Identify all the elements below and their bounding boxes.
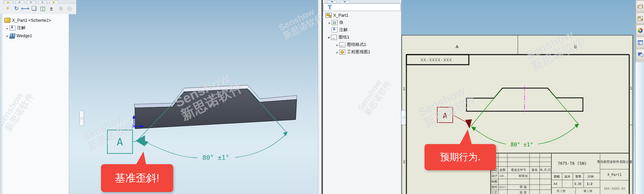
task-pane-toolbar: [635, 0, 644, 62]
tree-item-xpart1[interactable]: X_Part1 <Scheme2>: [4, 17, 51, 23]
expander-icon[interactable]: [328, 20, 332, 25]
tree-item-blocks[interactable]: 块: [328, 19, 344, 26]
annotation-callout-datum-skewed: 基准歪斜!: [101, 164, 173, 192]
sheet-format-icon: [339, 42, 345, 47]
annotations-folder-icon: [9, 25, 15, 30]
tree-item-annotations-drawing[interactable]: 注解: [332, 27, 348, 33]
tree-item-xpart1-drawing[interactable]: X_Part1: [326, 12, 348, 18]
task-form-icon[interactable]: [636, 37, 644, 48]
refresh-references-icon[interactable]: ↻: [12, 4, 21, 13]
tree-item-annotations[interactable]: 注解: [5, 25, 26, 31]
doc-tab-3[interactable]: [27, 0, 36, 3]
doc-tab-4[interactable]: [38, 0, 47, 3]
callout-text: 基准歪斜!: [115, 171, 159, 185]
tree-tab-2[interactable]: [340, 0, 350, 3]
left-toolbar-area: ⚡ ↻ ⟷ ❏ ◫ ± ⊕ ◎: [0, 0, 77, 14]
tree-item-sheet-format1[interactable]: 图纸格式1: [335, 42, 366, 48]
doc-tab-2[interactable]: [15, 0, 24, 3]
blocks-folder-icon: [332, 20, 338, 25]
expander-icon[interactable]: [5, 26, 9, 30]
move-icon[interactable]: ◎: [65, 4, 74, 13]
document-tab-strip[interactable]: [3, 0, 76, 4]
drawing-tab-strip[interactable]: [324, 0, 400, 3]
measure-icon[interactable]: ⟷: [21, 4, 30, 13]
senshow-web-icon[interactable]: [636, 25, 644, 36]
tolerance-display-icon[interactable]: ±: [47, 4, 56, 13]
doc-tab-5[interactable]: [50, 0, 58, 3]
tree-item-label: 注解: [339, 27, 348, 33]
window-separator: [321, 0, 323, 194]
selection-box-icon[interactable]: ❏: [30, 4, 38, 13]
tree-item-label: 图纸格式1: [347, 42, 366, 48]
tree-item-label: 块: [339, 20, 344, 25]
expander-icon[interactable]: [335, 43, 339, 47]
tree-item-label: 注解: [17, 25, 26, 31]
drawing-part-icon[interactable]: [636, 13, 644, 24]
drawing-document-icon: [326, 13, 332, 18]
quick-toolbar: ⚡ ↻ ⟷ ❏ ◫ ± ⊕ ◎: [3, 4, 76, 14]
tree-tab-1[interactable]: [328, 0, 337, 3]
expander-down-icon[interactable]: [327, 35, 331, 40]
wedge-feature-icon: [9, 34, 15, 38]
comments-icon[interactable]: [636, 49, 644, 60]
tree-item-drawing-view1[interactable]: 工程图视图1: [335, 49, 370, 55]
drawing-view-icon: [339, 50, 345, 55]
expander-icon[interactable]: [5, 34, 9, 38]
annotations-folder-icon: [332, 27, 338, 33]
tree-item-wedge1[interactable]: Wedge1: [5, 33, 32, 39]
task-pane-collapsed[interactable]: [635, 62, 644, 194]
tree-item-label: X_Part1 <Scheme2>: [12, 18, 51, 23]
tree-item-label: Wedge1: [16, 34, 32, 38]
pane-splitter-handle-right[interactable]: [401, 110, 406, 125]
pane-splitter-handle-left[interactable]: [80, 111, 84, 126]
callout-text: 预期行为.: [440, 151, 481, 164]
tree-item-sheet1[interactable]: 图纸1: [327, 34, 349, 41]
open-document-icon[interactable]: [636, 1, 644, 12]
preview-window-icon[interactable]: ◫: [38, 4, 47, 13]
tree-item-label: X_Part1: [333, 13, 348, 18]
tree-filter-input[interactable]: [324, 3, 401, 11]
feature-tree-panel: X_Part1 <Scheme2> 注解 Wedge1: [3, 14, 69, 194]
sheet-icon: [331, 35, 337, 40]
doc-tab-1[interactable]: [4, 0, 13, 3]
tree-item-label: 图纸1: [339, 35, 349, 40]
drawing-tree-panel: X_Part1 块 注解 图纸1 图纸格式1 工程图视图1: [323, 0, 401, 194]
tree-item-label: 工程图视图1: [347, 49, 370, 55]
part-icon: [4, 18, 10, 23]
filter-funnel-icon: [327, 5, 332, 10]
target-icon[interactable]: ⊕: [56, 4, 65, 13]
instant-regen-icon[interactable]: ⚡: [3, 4, 12, 13]
annotation-callout-expected-behavior: 预期行为.: [425, 144, 496, 170]
expander-icon[interactable]: [335, 50, 339, 55]
